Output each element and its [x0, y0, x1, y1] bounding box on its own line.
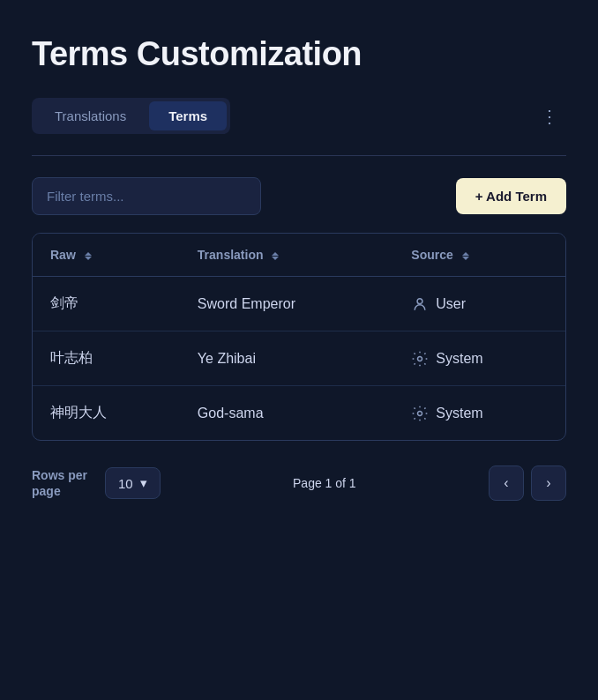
table-row[interactable]: 神明大人God-samaSystem [33, 386, 565, 441]
filter-input[interactable] [32, 177, 261, 215]
terms-table-container: Raw Translation Source [32, 233, 566, 441]
next-page-button[interactable]: › [531, 465, 566, 501]
add-term-button[interactable]: + Add Term [456, 178, 566, 214]
source-label: User [436, 296, 466, 312]
tab-group: Translations Terms [32, 98, 230, 134]
svg-point-0 [417, 298, 422, 303]
col-header-source[interactable]: Source [393, 234, 565, 277]
cell-raw: 神明大人 [33, 386, 180, 441]
nav-buttons: ‹ › [489, 465, 566, 501]
sort-translation-icon [272, 252, 279, 260]
cell-source: User [393, 277, 565, 331]
chevron-down-icon: ▾ [140, 475, 147, 491]
pagination-row: Rows perpage 10 ▾ Page 1 of 1 ‹ › [32, 465, 566, 501]
rows-per-page-label: Rows perpage [32, 467, 87, 499]
cell-raw: 叶志柏 [33, 331, 180, 386]
tab-translations[interactable]: Translations [35, 101, 146, 130]
tab-terms[interactable]: Terms [149, 101, 227, 130]
gear-icon [411, 405, 429, 422]
sort-source-icon [462, 252, 469, 260]
cell-raw: 剑帝 [33, 277, 180, 331]
divider [32, 155, 566, 156]
user-icon [411, 295, 429, 313]
source-label: System [436, 351, 482, 367]
table-row[interactable]: 剑帝Sword EmperorUser [33, 277, 565, 331]
sort-raw-icon [85, 252, 92, 260]
gear-icon [411, 350, 429, 368]
terms-table: Raw Translation Source [33, 234, 565, 440]
cell-translation: Sword Emperor [180, 277, 393, 331]
cell-source: System [393, 386, 565, 441]
svg-point-2 [418, 411, 422, 415]
rows-per-page-select[interactable]: 10 ▾ [105, 467, 161, 499]
col-header-raw[interactable]: Raw [33, 234, 180, 277]
prev-page-button[interactable]: ‹ [489, 465, 524, 501]
toolbar: + Add Term [32, 177, 566, 215]
page-info: Page 1 of 1 [178, 476, 471, 490]
source-label: System [436, 406, 482, 421]
more-options-button[interactable]: ⋮ [534, 102, 566, 130]
cell-translation: God-sama [180, 386, 393, 441]
col-header-translation[interactable]: Translation [180, 234, 393, 277]
cell-source: System [393, 331, 565, 386]
svg-point-1 [418, 356, 422, 361]
table-row[interactable]: 叶志柏Ye ZhibaiSystem [33, 331, 565, 386]
rows-per-page-value: 10 [118, 476, 133, 491]
cell-translation: Ye Zhibai [180, 331, 393, 386]
tabs-row: Translations Terms ⋮ [32, 98, 566, 134]
table-header-row: Raw Translation Source [33, 234, 565, 277]
page-title: Terms Customization [32, 35, 566, 73]
